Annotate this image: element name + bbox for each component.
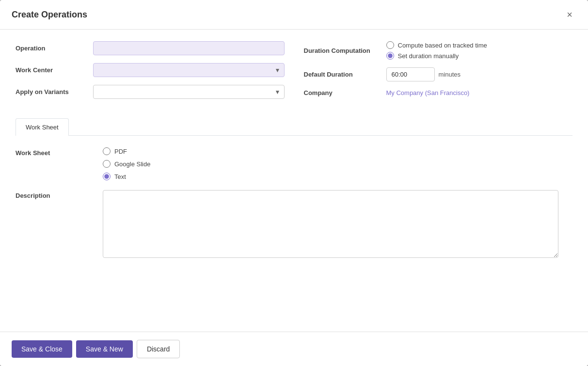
worksheet-pdf-radio[interactable] bbox=[103, 147, 111, 155]
default-duration-label: Default Duration bbox=[304, 71, 386, 78]
close-button[interactable]: × bbox=[563, 8, 576, 21]
worksheet-pdf-label[interactable]: PDF bbox=[103, 147, 150, 155]
operation-field-wrapper bbox=[93, 41, 285, 55]
apply-variants-label: Apply on Variants bbox=[16, 88, 93, 95]
tab-worksheet[interactable]: Work Sheet bbox=[16, 118, 69, 136]
worksheet-slide-text: Google Slide bbox=[114, 160, 150, 168]
description-label: Description bbox=[16, 190, 103, 199]
duration-unit: minutes bbox=[439, 71, 461, 78]
modal-body: Operation Work Center ▼ bbox=[0, 30, 588, 332]
worksheet-pdf-text: PDF bbox=[114, 148, 127, 155]
operation-row: Operation bbox=[16, 41, 285, 55]
radio-tracked-text: Compute based on tracked time bbox=[398, 42, 487, 49]
worksheet-options: PDF Google Slide Text bbox=[103, 147, 150, 180]
duration-radio-group: Compute based on tracked time Set durati… bbox=[386, 41, 487, 60]
work-center-label: Work Center bbox=[16, 66, 93, 74]
work-center-select[interactable] bbox=[93, 63, 285, 77]
duration-computation-row: Duration Computation Compute based on tr… bbox=[304, 41, 573, 60]
radio-tracked-label[interactable]: Compute based on tracked time bbox=[386, 41, 487, 49]
worksheet-text-label[interactable]: Text bbox=[103, 173, 150, 180]
worksheet-label: Work Sheet bbox=[16, 147, 103, 157]
operation-input[interactable] bbox=[93, 41, 285, 55]
modal-header: Create Operations × bbox=[0, 0, 588, 30]
modal-overlay: Create Operations × Operation Work Cente… bbox=[0, 0, 588, 366]
duration-input-wrapper: minutes bbox=[386, 67, 461, 81]
save-close-button[interactable]: Save & Close bbox=[12, 340, 72, 358]
default-duration-row: Default Duration minutes bbox=[304, 67, 573, 81]
worksheet-text-radio[interactable] bbox=[103, 173, 111, 180]
apply-variants-row: Apply on Variants ▼ bbox=[16, 85, 285, 99]
description-textarea[interactable] bbox=[103, 190, 558, 258]
operation-label: Operation bbox=[16, 45, 93, 52]
duration-computation-label: Duration Computation bbox=[304, 47, 386, 54]
work-center-wrapper: ▼ bbox=[93, 63, 285, 77]
tab-list: Work Sheet bbox=[16, 118, 572, 135]
company-link[interactable]: My Company (San Francisco) bbox=[386, 89, 470, 96]
company-label: Company bbox=[304, 89, 386, 96]
modal-title: Create Operations bbox=[12, 10, 87, 20]
worksheet-slide-radio[interactable] bbox=[103, 160, 111, 168]
modal-dialog: Create Operations × Operation Work Cente… bbox=[0, 0, 588, 366]
worksheet-slide-label[interactable]: Google Slide bbox=[103, 160, 150, 168]
worksheet-type-row: Work Sheet PDF Google Slide Text bbox=[16, 147, 572, 180]
duration-input[interactable] bbox=[386, 67, 435, 81]
radio-manual-label[interactable]: Set duration manually bbox=[386, 52, 487, 60]
work-center-row: Work Center ▼ bbox=[16, 63, 285, 77]
radio-manual[interactable] bbox=[386, 52, 394, 60]
tabs-container: Work Sheet bbox=[16, 118, 572, 136]
form-section: Operation Work Center ▼ bbox=[16, 41, 572, 107]
modal-footer: Save & Close Save & New Discard bbox=[0, 332, 588, 366]
description-row: Description bbox=[16, 190, 572, 258]
apply-variants-select[interactable] bbox=[93, 85, 285, 99]
company-row: Company My Company (San Francisco) bbox=[304, 89, 573, 96]
worksheet-section: Work Sheet PDF Google Slide Text bbox=[16, 147, 572, 279]
radio-tracked[interactable] bbox=[386, 41, 394, 49]
worksheet-text-text: Text bbox=[114, 173, 126, 180]
radio-manual-text: Set duration manually bbox=[398, 52, 459, 60]
discard-button[interactable]: Discard bbox=[137, 340, 180, 358]
apply-variants-wrapper: ▼ bbox=[93, 85, 285, 99]
form-left: Operation Work Center ▼ bbox=[16, 41, 285, 107]
save-new-button[interactable]: Save & New bbox=[76, 340, 133, 358]
form-right: Duration Computation Compute based on tr… bbox=[304, 41, 573, 107]
